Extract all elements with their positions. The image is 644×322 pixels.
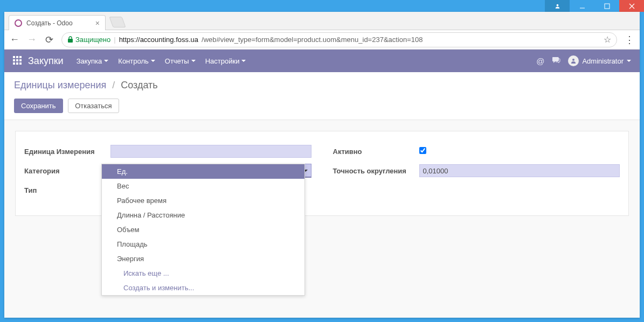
breadcrumb-parent[interactable]: Единицы измерения xyxy=(14,80,106,90)
svg-rect-2 xyxy=(605,4,610,9)
svg-point-6 xyxy=(572,59,574,61)
dropdown-create-edit[interactable]: Создать и изменить... xyxy=(102,281,304,295)
back-button[interactable]: ← xyxy=(10,34,19,45)
url-field[interactable]: Защищено | https://accounting.foss.ua/we… xyxy=(61,32,617,47)
tab-favicon xyxy=(15,19,22,27)
dropdown-option[interactable]: Площадь xyxy=(102,237,304,251)
browser-window: Создать - Odoo × ← → ⟳ Защищено | https:… xyxy=(4,12,640,318)
dropdown-option[interactable]: Длинна / Расстояние xyxy=(102,208,304,222)
bookmark-icon[interactable]: ☆ xyxy=(604,34,611,45)
reload-button[interactable]: ⟳ xyxy=(44,34,54,46)
url-host: https://accounting.foss.ua xyxy=(119,36,198,44)
svg-rect-5 xyxy=(68,39,73,43)
type-label: Тип xyxy=(24,186,110,194)
forward-button: → xyxy=(27,34,37,45)
tab-strip: Создать - Odoo × xyxy=(4,12,640,30)
discard-button[interactable]: Отказаться xyxy=(68,99,119,113)
category-label: Категория xyxy=(24,167,110,175)
dropdown-option[interactable]: Ед. xyxy=(102,164,304,179)
browser-menu-icon[interactable]: ⋮ xyxy=(625,34,634,46)
secure-label: Защищено xyxy=(75,36,110,44)
address-bar: ← → ⟳ Защищено | https://accounting.foss… xyxy=(4,30,640,50)
tab-close-icon[interactable]: × xyxy=(95,19,100,27)
menu-reports[interactable]: Отчеты xyxy=(165,57,196,65)
dropdown-option[interactable]: Вес xyxy=(102,179,304,193)
rounding-label: Точность округления xyxy=(333,167,419,175)
breadcrumb: Единицы измерения / Создать xyxy=(14,80,630,91)
content-area: Единицы измерения / Создать Сохранить От… xyxy=(4,72,640,318)
window-maximize-button[interactable] xyxy=(594,0,619,12)
new-tab-button[interactable] xyxy=(109,17,126,27)
active-label: Активно xyxy=(333,148,419,156)
menu-control[interactable]: Контроль xyxy=(118,57,155,65)
apps-grid-icon[interactable] xyxy=(13,56,23,66)
uom-label: Единица Измерения xyxy=(24,148,110,156)
tab-title: Создать - Odoo xyxy=(26,19,91,27)
chat-icon[interactable] xyxy=(552,57,560,66)
active-checkbox[interactable] xyxy=(419,147,426,154)
dropdown-search-more[interactable]: Искать еще ... xyxy=(102,266,304,281)
rounding-input[interactable]: 0,01000 xyxy=(419,164,620,177)
app-navbar: Закупки Закупка Контроль Отчеты Настройк… xyxy=(4,50,640,72)
menu-settings[interactable]: Настройки xyxy=(205,57,246,65)
app-menu: Закупка Контроль Отчеты Настройки xyxy=(77,57,246,65)
user-name: Administrator xyxy=(582,57,624,65)
secure-indicator: Защищено xyxy=(67,36,110,44)
app-name[interactable]: Закупки xyxy=(28,55,64,67)
window-titlebar xyxy=(0,0,644,12)
svg-point-0 xyxy=(556,4,558,6)
window-close-button[interactable] xyxy=(619,0,644,12)
dropdown-option[interactable]: Энергия xyxy=(102,251,304,266)
control-panel: Единицы измерения / Создать Сохранить От… xyxy=(4,72,640,120)
form-sheet: Единица Измерения Категория Т xyxy=(15,131,629,216)
dropdown-option[interactable]: Объем xyxy=(102,222,304,237)
breadcrumb-current: Создать xyxy=(121,80,157,90)
browser-tab[interactable]: Создать - Odoo × xyxy=(9,15,106,30)
user-menu[interactable]: Administrator xyxy=(568,55,631,66)
menu-purchase[interactable]: Закупка xyxy=(77,57,109,65)
avatar xyxy=(568,55,579,66)
dropdown-option[interactable]: Рабочее время xyxy=(102,193,304,208)
uom-input[interactable] xyxy=(110,145,311,158)
form-right-column: Активно Точность округления 0,01000 xyxy=(333,144,620,202)
save-button[interactable]: Сохранить xyxy=(14,99,63,113)
window-user-button[interactable] xyxy=(545,0,570,12)
url-path: /web#view_type=form&model=product.uom&me… xyxy=(202,36,423,44)
window-minimize-button[interactable] xyxy=(570,0,594,12)
at-icon[interactable]: @ xyxy=(536,57,544,66)
category-dropdown: Ед. Вес Рабочее время Длинна / Расстояни… xyxy=(101,164,305,296)
